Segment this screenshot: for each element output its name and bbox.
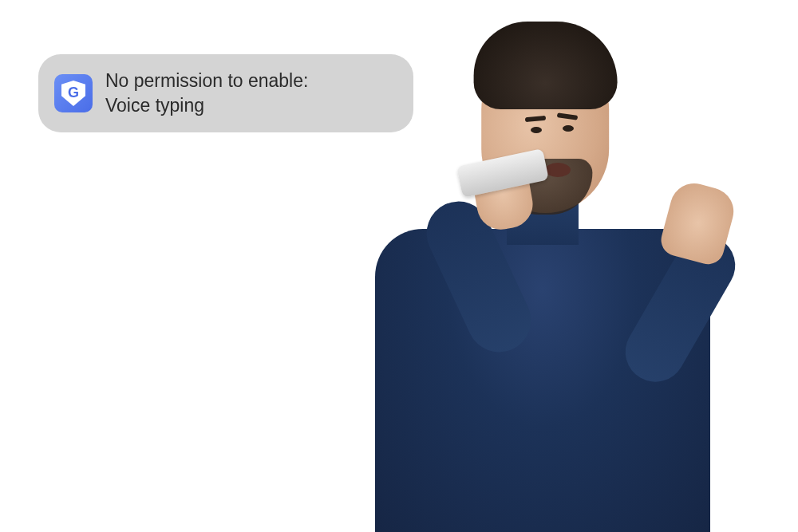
left-eye — [531, 127, 542, 133]
app-icon: G — [54, 74, 93, 112]
toast-line-2: Voice typing — [105, 93, 308, 118]
hair — [474, 22, 618, 109]
person-photo — [319, 22, 766, 532]
shield-icon: G — [61, 81, 85, 106]
mouth — [545, 163, 571, 177]
toast-message: No permission to enable: Voice typing — [105, 69, 308, 118]
toast-line-1: No permission to enable: — [105, 69, 308, 93]
shield-letter: G — [68, 85, 79, 101]
right-eye — [563, 125, 574, 132]
